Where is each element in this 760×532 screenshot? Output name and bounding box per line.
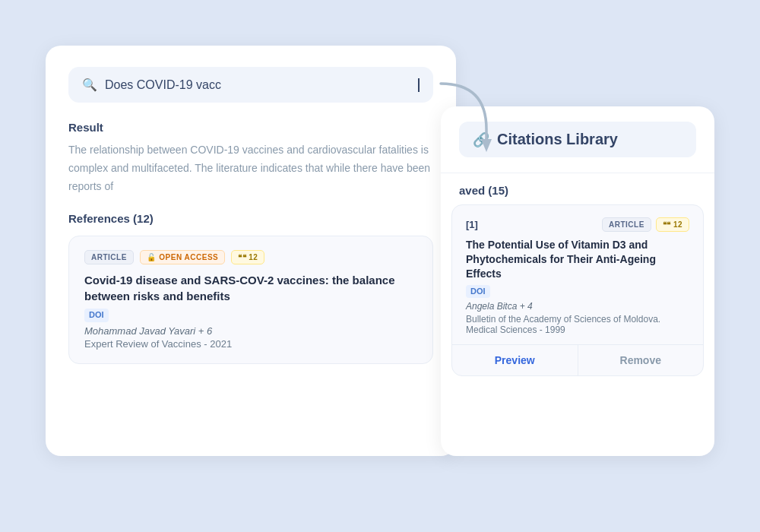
citation-authors: Angela Bitca + 4 [466, 301, 689, 312]
citation-article-badge: ARTICLE [602, 217, 651, 232]
article-title: Covid-19 disease and SARS-COV-2 vaccines… [84, 272, 417, 321]
citations-badge: ❝❝ 12 [231, 250, 264, 264]
citation-item-body: [1] ARTICLE ❝❝ 12 The Potential Use of V… [452, 205, 703, 344]
lock-icon: 🔓 [147, 253, 157, 261]
citation-actions: Preview Remove [452, 344, 703, 375]
arrow-svg [426, 76, 517, 167]
cursor [418, 78, 420, 92]
article-badge: ARTICLE [84, 250, 134, 264]
scene: 🔍 Result The relationship between COVID-… [46, 46, 714, 486]
open-access-badge: 🔓 OPEN ACCESS [140, 250, 225, 264]
citation-ref-num: [1] [466, 219, 478, 230]
citation-title: The Potential Use of Vitamin D3 and Phyt… [466, 238, 689, 298]
saved-count: aved (15) [441, 184, 714, 197]
search-bar[interactable]: 🔍 [68, 67, 433, 103]
remove-button[interactable]: Remove [578, 345, 704, 375]
badge-row: ARTICLE 🔓 OPEN ACCESS ❝❝ 12 [84, 250, 417, 264]
doi-badge[interactable]: DOI [84, 309, 109, 321]
citation-quote-icon: ❝❝ [663, 220, 671, 229]
preview-button[interactable]: Preview [452, 345, 578, 375]
quote-icon: ❝❝ [238, 253, 246, 261]
arrow-container [426, 76, 517, 167]
search-input[interactable] [105, 78, 409, 92]
result-label: Result [68, 121, 433, 134]
references-label: References (12) [68, 212, 433, 225]
citation-citations-badge: ❝❝ 12 [656, 217, 689, 232]
article-journal: Expert Review of Vaccines - 2021 [84, 338, 417, 350]
search-icon: 🔍 [82, 78, 97, 92]
result-text: The relationship between COVID-19 vaccin… [68, 141, 433, 195]
svg-marker-0 [481, 139, 492, 152]
citation-top-row: [1] ARTICLE ❝❝ 12 [466, 217, 689, 232]
left-card: 🔍 Result The relationship between COVID-… [46, 46, 456, 456]
citation-journal: Bulletin of the Academy of Sciences of M… [466, 314, 689, 335]
citation-item-card: [1] ARTICLE ❝❝ 12 The Potential Use of V… [451, 204, 704, 376]
article-card: ARTICLE 🔓 OPEN ACCESS ❝❝ 12 Covid-19 dis… [68, 236, 433, 363]
citation-doi-badge[interactable]: DOI [466, 285, 490, 298]
article-authors: Mohammad Javad Yavari + 6 [84, 325, 417, 337]
citation-badge-row: ARTICLE ❝❝ 12 [602, 217, 689, 232]
